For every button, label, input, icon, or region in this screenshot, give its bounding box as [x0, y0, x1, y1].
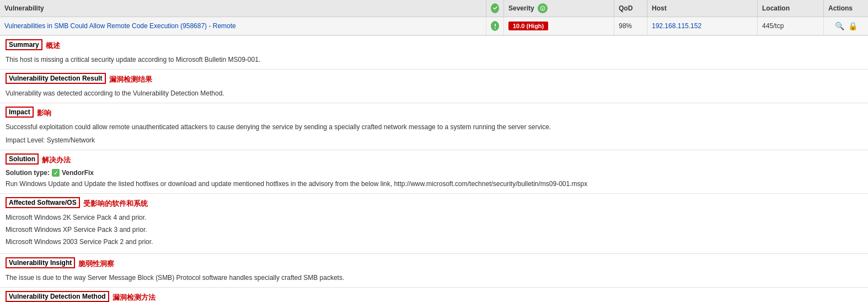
affected-software-chinese-label: 受影响的软件和系统	[83, 199, 148, 209]
detection-result-chinese-label: 漏洞检测结果	[109, 75, 152, 84]
severity-header-label: Severity	[508, 4, 534, 12]
solution-text: Run Windows Update and Update the listed…	[6, 179, 862, 189]
row-qod-cell: 98%	[614, 17, 647, 35]
vulnerability-header-label: Vulnerability	[4, 4, 44, 12]
list-item: Microsoft Windows XP Service Pack 3 and …	[6, 225, 862, 235]
insight-text: The issue is due to the way Server Messa…	[6, 273, 862, 283]
header-vulnerability: Vulnerability	[0, 0, 486, 17]
impact-chinese-label: 影响	[37, 108, 51, 118]
detection-result-section: Vulnerability Detection Result 漏洞检测结果 Vu…	[0, 70, 868, 103]
table-header: Vulnerability Severity i QoD Host Locati…	[0, 0, 868, 17]
solution-label: Solution	[6, 153, 39, 165]
host-link[interactable]: 192.168.115.152	[652, 22, 701, 30]
main-container: Vulnerability Severity i QoD Host Locati…	[0, 0, 868, 302]
header-host: Host	[647, 0, 758, 17]
detection-method-chinese-label: 漏洞检测方法	[112, 293, 156, 302]
action-btn-2[interactable]: 🔒	[847, 20, 858, 31]
actions-header-label: Actions	[828, 4, 853, 12]
insight-chinese-label: 脆弱性洞察	[78, 259, 114, 269]
header-icon-cell	[486, 0, 504, 17]
vuln-title-cell: Vulnerabilities in SMB Could Allow Remot…	[0, 17, 486, 35]
vendor-fix-icon	[52, 169, 60, 177]
detection-method-section: Vulnerability Detection Method 漏洞检测方法 De…	[0, 288, 868, 302]
location-header-label: Location	[762, 4, 790, 12]
solution-type-label: Solution type:	[6, 169, 50, 177]
affected-software-section: Affected Software/OS 受影响的软件和系统 Microsoft…	[0, 194, 868, 254]
insight-section: Vulnerability Insight 脆弱性洞察 The issue is…	[0, 254, 868, 288]
header-actions: Actions	[824, 0, 868, 17]
row-green-circle	[491, 21, 499, 31]
detection-result-text: Vulnerability was detected according to …	[6, 88, 862, 98]
impact-text: Successful exploitation could allow remo…	[6, 122, 862, 132]
impact-level: Impact Level: System/Network	[6, 135, 862, 145]
severity-badge: 10.0 (High)	[508, 22, 548, 30]
summary-text: This host is missing a critical security…	[6, 55, 862, 65]
vulnerability-row: Vulnerabilities in SMB Could Allow Remot…	[0, 17, 868, 35]
list-item: Microsoft Windows 2003 Service Pack 2 an…	[6, 237, 862, 247]
row-severity-cell: 10.0 (High)	[504, 17, 614, 35]
list-item: Microsoft Windows 2K Service Pack 4 and …	[6, 213, 862, 222]
host-header-label: Host	[652, 4, 667, 12]
row-host-cell: 192.168.115.152	[647, 17, 758, 35]
solution-type-value: VendorFix	[62, 169, 94, 177]
qod-value: 98%	[619, 22, 632, 30]
row-actions-cell: 🔍 🔒	[824, 17, 868, 35]
header-severity: Severity i	[504, 0, 614, 17]
solution-section: Solution 解决办法 Solution type: VendorFix R…	[0, 150, 868, 194]
impact-label: Impact	[6, 107, 34, 118]
detection-method-label: Vulnerability Detection Method	[6, 291, 109, 302]
insight-label: Vulnerability Insight	[6, 257, 75, 268]
affected-software-list: Microsoft Windows 2K Service Pack 4 and …	[6, 213, 862, 247]
location-value: 445/tcp	[762, 22, 784, 30]
row-icon-cell	[486, 17, 504, 35]
action-btn-1[interactable]: 🔍	[834, 20, 845, 31]
summary-label: Summary	[6, 39, 42, 50]
solution-type-row: Solution type: VendorFix	[6, 169, 862, 177]
header-location: Location	[758, 0, 824, 17]
qod-header-label: QoD	[619, 4, 633, 12]
detail-area: Summary 概述 This host is missing a critic…	[0, 35, 868, 302]
affected-software-label: Affected Software/OS	[6, 197, 80, 208]
summary-section: Summary 概述 This host is missing a critic…	[0, 36, 868, 70]
svg-text:i: i	[542, 6, 543, 11]
detection-result-label: Vulnerability Detection Result	[6, 73, 106, 84]
impact-section: Impact 影响 Successful exploitation could …	[0, 103, 868, 150]
header-qod: QoD	[614, 0, 647, 17]
solution-chinese-label: 解决办法	[42, 155, 71, 165]
severity-header-icon: i	[538, 3, 548, 13]
summary-chinese-label: 概述	[46, 41, 60, 51]
header-green-circle	[491, 3, 499, 13]
vuln-title-link[interactable]: Vulnerabilities in SMB Could Allow Remot…	[4, 22, 236, 30]
row-location-cell: 445/tcp	[758, 17, 824, 35]
